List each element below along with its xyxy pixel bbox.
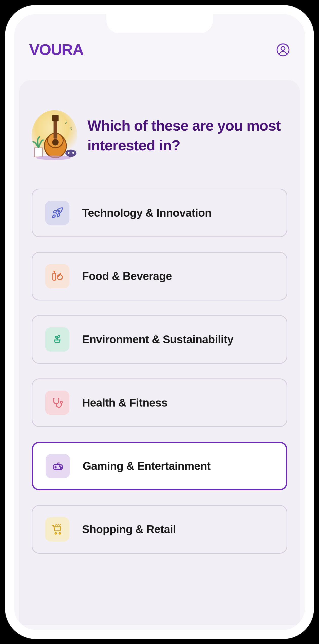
notch: [106, 14, 213, 33]
svg-rect-6: [52, 115, 59, 121]
svg-point-22: [59, 533, 61, 534]
svg-rect-7: [34, 148, 43, 157]
svg-point-10: [72, 152, 74, 154]
options-list: Technology & InnovationFood & BeverageEn…: [32, 189, 287, 554]
app-logo: VOURA: [29, 41, 83, 58]
svg-rect-15: [53, 273, 56, 280]
svg-text:♪: ♪: [65, 119, 67, 125]
screen: VOURA: [14, 14, 305, 630]
gamepad-icon: [46, 454, 70, 478]
option-food[interactable]: Food & Beverage: [32, 252, 287, 300]
svg-rect-5: [53, 118, 57, 138]
svg-point-9: [68, 152, 69, 154]
svg-point-1: [281, 47, 285, 50]
svg-point-0: [277, 44, 289, 56]
option-label: Gaming & Entertainment: [83, 460, 211, 472]
svg-point-19: [59, 466, 60, 467]
steth-icon: [45, 391, 69, 415]
option-label: Technology & Innovation: [82, 207, 212, 219]
option-shop[interactable]: Shopping & Retail: [32, 505, 287, 554]
interests-illustration: ♪ ♫: [32, 110, 77, 161]
svg-point-17: [60, 401, 62, 403]
profile-button[interactable]: [276, 41, 290, 58]
svg-point-8: [65, 150, 76, 157]
svg-point-13: [36, 155, 71, 160]
content-card: ♪ ♫ Which of these are you most interest…: [19, 80, 300, 625]
question-row: ♪ ♫ Which of these are you most interest…: [32, 110, 287, 161]
phone-frame: VOURA: [5, 5, 314, 639]
svg-text:♫: ♫: [69, 126, 73, 131]
option-label: Environment & Sustainability: [82, 333, 233, 346]
question-heading: Which of these are you most interested i…: [87, 116, 287, 155]
svg-point-14: [58, 211, 60, 212]
svg-point-20: [60, 467, 61, 468]
svg-point-4: [52, 139, 59, 145]
rocket-icon: [45, 201, 69, 225]
option-tech[interactable]: Technology & Innovation: [32, 189, 287, 237]
option-env[interactable]: Environment & Sustainability: [32, 315, 287, 364]
option-label: Health & Fitness: [82, 396, 167, 409]
profile-icon: [276, 43, 290, 57]
plant-icon: [45, 327, 69, 352]
svg-point-21: [55, 533, 57, 534]
food-icon: [45, 264, 69, 288]
option-label: Shopping & Retail: [82, 523, 176, 536]
option-health[interactable]: Health & Fitness: [32, 378, 287, 427]
option-label: Food & Beverage: [82, 270, 172, 283]
option-gaming[interactable]: Gaming & Entertainment: [32, 442, 287, 490]
cart-icon: [45, 517, 69, 541]
